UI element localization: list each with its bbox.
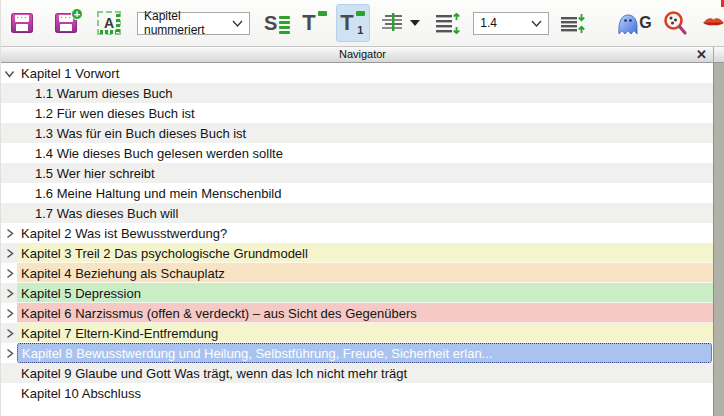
navigator-row[interactable]: Kapitel 4 Beziehung als Schauplatz — [1, 263, 713, 283]
chapter-label[interactable]: 1.7 Was dieses Buch will — [17, 203, 713, 223]
chapter-label[interactable]: 1.5 Wer hier schreibt — [17, 163, 713, 183]
save-as-button[interactable]: ··· + — [55, 3, 77, 43]
chapter-label[interactable]: Kapitel 3 Treil 2 Das psychologische Gru… — [17, 243, 713, 263]
heading1-icon: T 1 — [340, 8, 366, 38]
chevron-right-icon[interactable] — [1, 263, 17, 283]
navigator-row[interactable]: 1.7 Was dieses Buch will — [1, 203, 713, 223]
chevron-spacer — [1, 203, 17, 223]
text-frame-button[interactable]: A — [97, 3, 121, 43]
chevron-spacer — [1, 123, 17, 143]
read-aloud-button[interactable] — [703, 7, 724, 39]
heading-icon: T — [302, 8, 328, 38]
line-spacing-increase-button[interactable] — [436, 3, 461, 43]
chapter-label-text: 1.7 Was dieses Buch will — [35, 206, 178, 221]
chapter-label-text: Kapitel 5 Depression — [21, 286, 141, 301]
chapter-label-text: Kapitel 1 Vorwort — [21, 66, 119, 81]
navigator-row[interactable]: Kapitel 6 Narzissmus (offen & verdeckt) … — [1, 303, 713, 323]
navigator-row[interactable]: 1.5 Wer hier schreibt — [1, 163, 713, 183]
chapter-label[interactable]: Kapitel 9 Glaube und Gott Was trägt, wen… — [17, 363, 713, 383]
search-icon — [662, 10, 689, 37]
line-spacing-decrease-icon — [561, 13, 586, 34]
indent-button[interactable] — [382, 3, 420, 43]
chapter-label[interactable]: 1.6 Meine Haltung und mein Menschenbild — [17, 183, 713, 203]
chevron-down-icon — [232, 20, 243, 27]
chevron-right-icon[interactable] — [1, 243, 17, 263]
style-button[interactable]: S — [264, 3, 290, 43]
chapter-label[interactable]: Kapitel 8 Bewusstwerdung und Heilung, Se… — [17, 343, 712, 363]
chapter-label-text: Kapitel 3 Treil 2 Das psychologische Gru… — [21, 246, 308, 261]
line-spacing-decrease-button[interactable] — [561, 3, 586, 43]
chevron-right-icon[interactable] — [1, 323, 17, 343]
paragraph-style-value: Kapitel nummeriert — [144, 9, 226, 37]
navigator-titlebar[interactable]: Navigator ✕ — [1, 46, 724, 63]
chapter-label-text: Kapitel 6 Narzissmus (offen & verdeckt) … — [21, 306, 417, 321]
navigator-list: Kapitel 1 Vorwort1.1 Warum dieses Buch1.… — [1, 63, 713, 416]
navigator-row[interactable]: Kapitel 7 Eltern-Kind-Entfremdung — [1, 323, 713, 343]
indent-icon — [382, 13, 405, 33]
navigator-row[interactable]: 1.2 Für wen dieses Buch ist — [1, 103, 713, 123]
lips-icon — [703, 12, 724, 34]
search-button[interactable] — [662, 3, 689, 43]
chapter-label[interactable]: 1.4 Wie dieses Buch gelesen werden sollt… — [17, 143, 713, 163]
titlebar-divider — [713, 47, 714, 62]
plus-badge-icon: + — [71, 8, 83, 20]
navigator-row[interactable]: 1.1 Warum dieses Buch — [1, 83, 713, 103]
app-window: ··· ··· + A Kapitel nummeriert — [0, 0, 724, 416]
chapter-label-text: 1.6 Meine Haltung und mein Menschenbild — [35, 186, 281, 201]
chapter-label[interactable]: Kapitel 2 Was ist Bewusstwerdung? — [17, 223, 713, 243]
save-as-icon: ··· + — [55, 13, 77, 33]
navigator-row[interactable]: Kapitel 5 Depression — [1, 283, 713, 303]
navigator-row[interactable]: Kapitel 1 Vorwort — [1, 63, 713, 83]
navigator-row[interactable]: Kapitel 2 Was ist Bewusstwerdung? — [1, 223, 713, 243]
navigator-row[interactable]: 1.3 Was für ein Buch dieses Buch ist — [1, 123, 713, 143]
ghostreader-button[interactable]: G — [616, 3, 651, 43]
chevron-down-icon — [531, 20, 542, 27]
chapter-label-text: Kapitel 9 Glaube und Gott Was trägt, wen… — [21, 366, 407, 381]
line-spacing-dropdown[interactable]: 1.4 — [473, 12, 549, 35]
navigator-row[interactable]: Kapitel 10 Abschluss — [1, 383, 713, 403]
chapter-label-text: Kapitel 10 Abschluss — [21, 386, 141, 401]
chapter-label[interactable]: Kapitel 7 Eltern-Kind-Entfremdung — [17, 323, 713, 343]
save-button[interactable]: ··· — [11, 3, 33, 43]
navigator-row[interactable]: Kapitel 8 Bewusstwerdung und Heilung, Se… — [1, 343, 713, 363]
chapter-label[interactable]: Kapitel 6 Narzissmus (offen & verdeckt) … — [17, 303, 713, 323]
chapter-label[interactable]: Kapitel 1 Vorwort — [17, 63, 713, 83]
chapter-label-text: Kapitel 2 Was ist Bewusstwerdung? — [21, 226, 227, 241]
chevron-spacer — [1, 103, 17, 123]
chapter-label[interactable]: Kapitel 5 Depression — [17, 283, 713, 303]
chevron-spacer — [1, 143, 17, 163]
heading1-button[interactable]: T 1 — [336, 4, 370, 42]
chevron-spacer — [1, 183, 17, 203]
chevron-right-icon[interactable] — [1, 283, 17, 303]
chapter-label-text: 1.4 Wie dieses Buch gelesen werden sollt… — [35, 146, 283, 161]
chapter-label-text: Kapitel 8 Bewusstwerdung und Heilung, Se… — [22, 346, 492, 361]
chevron-right-icon[interactable] — [1, 343, 17, 363]
chevron-right-icon[interactable] — [1, 303, 17, 323]
chapter-label[interactable]: 1.1 Warum dieses Buch — [17, 83, 713, 103]
navigator-row[interactable]: Kapitel 9 Glaube und Gott Was trägt, wen… — [1, 363, 713, 383]
navigator-title: Navigator — [1, 48, 724, 60]
chapter-label-text: 1.5 Wer hier schreibt — [35, 166, 155, 181]
navigator-row[interactable]: 1.6 Meine Haltung und mein Menschenbild — [1, 183, 713, 203]
paragraph-style-dropdown[interactable]: Kapitel nummeriert — [137, 12, 250, 35]
indent-dropdown-arrow-icon[interactable] — [410, 20, 420, 26]
navigator-row[interactable]: Kapitel 3 Treil 2 Das psychologische Gru… — [1, 243, 713, 263]
scrollbar-track[interactable] — [713, 63, 724, 416]
close-icon[interactable]: ✕ — [694, 47, 709, 62]
heading-button[interactable]: T — [302, 3, 328, 43]
style-lines-icon — [279, 16, 290, 34]
chapter-label-text: Kapitel 4 Beziehung als Schauplatz — [21, 266, 225, 281]
chapter-label[interactable]: 1.2 Für wen dieses Buch ist — [17, 103, 713, 123]
chevron-right-icon[interactable] — [1, 223, 17, 243]
navigator-panel: Kapitel 1 Vorwort1.1 Warum dieses Buch1.… — [1, 63, 724, 416]
navigator-row[interactable]: 1.4 Wie dieses Buch gelesen werden sollt… — [1, 143, 713, 163]
chevron-down-icon[interactable] — [1, 63, 17, 83]
chevron-spacer — [1, 163, 17, 183]
style-icon: S — [264, 12, 277, 35]
chapter-label[interactable]: 1.3 Was für ein Buch dieses Buch ist — [17, 123, 713, 143]
chapter-label-text: 1.1 Warum dieses Buch — [35, 86, 173, 101]
chapter-label[interactable]: Kapitel 4 Beziehung als Schauplatz — [17, 263, 713, 283]
chapter-label[interactable]: Kapitel 10 Abschluss — [17, 383, 713, 403]
save-icon: ··· — [11, 13, 33, 33]
text-frame-icon: A — [97, 11, 121, 35]
